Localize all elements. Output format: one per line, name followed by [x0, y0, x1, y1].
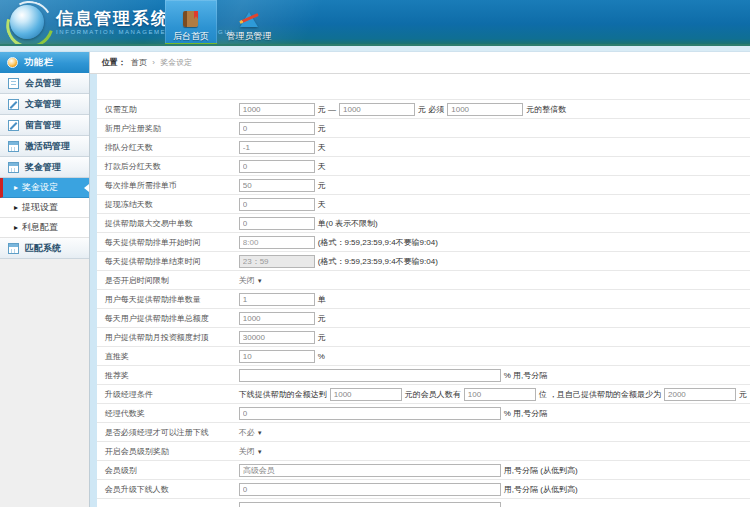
member-level-bonus-toggle-select[interactable]: 关闭▼	[239, 446, 263, 457]
tab-admin-management[interactable]: 管理员管理	[217, 0, 281, 46]
form-row-referral-bonus: 推荐奖% 用,号分隔	[97, 366, 750, 385]
queue-coin-per-order-input[interactable]	[239, 179, 315, 192]
field-label: 每天提供帮助排单开始时间	[97, 237, 239, 248]
form-row-withdraw-freeze-days: 提现冻结天数天	[97, 195, 750, 214]
field-unit-text: 天	[318, 199, 326, 210]
referral-bonus-input[interactable]	[239, 369, 501, 382]
mutual-aid-amount-input[interactable]	[239, 103, 315, 116]
main-content: 位置： 首页 › 奖金设定 仅需互助元 —元 必须元的整倍数新用户注册奖励元排队…	[90, 52, 750, 507]
field-unit-text: 单	[318, 294, 326, 305]
bonus-settings-form: 仅需互助元 —元 必须元的整倍数新用户注册奖励元排队分红天数天打款后分红天数天每…	[97, 74, 750, 507]
sidebar-item-bonus-setting[interactable]: ▸奖金设定	[0, 178, 89, 198]
form-row-member-upgrade-downline-count: 会员升级下线人数用,号分隔 (从低到高)	[97, 480, 750, 499]
field-unit-text: 元	[739, 389, 747, 400]
queue-dividend-days-input[interactable]	[239, 141, 315, 154]
field-area: 元	[239, 312, 750, 325]
field-unit-text: 元 —	[318, 104, 336, 115]
form-row-new-user-register-reward: 新用户注册奖励元	[97, 119, 750, 138]
field-label: 会员升级下线人数	[97, 484, 239, 495]
sidebar-filler	[0, 259, 89, 507]
chevron-down-icon: ▼	[257, 449, 263, 455]
manager-required-toggle-select[interactable]: 不必▼	[239, 427, 263, 438]
monthly-invest-cap-input[interactable]	[239, 331, 315, 344]
field-label: 排队分红天数	[97, 142, 239, 153]
sidebar-item-label: 留言管理	[25, 119, 61, 132]
partial-row-input[interactable]	[239, 502, 501, 508]
field-area: (格式：9:59,23:59,9:4不要输9:04)	[239, 236, 750, 249]
field-area: (格式：9:59,23:59,9:4不要输9:04)	[239, 255, 750, 268]
breadcrumb-prefix: 位置：	[102, 58, 126, 67]
sidebar-item-message-management[interactable]: 留言管理	[0, 115, 89, 136]
triangle-bullet-icon: ▸	[14, 223, 18, 232]
sidebar-item-interest-config[interactable]: ▸利息配置	[0, 218, 89, 238]
sidebar-item-label: 文章管理	[25, 98, 61, 111]
field-unit-text: 天	[318, 142, 326, 153]
field-area: 元	[239, 122, 750, 135]
manager-upgrade-condition-input[interactable]	[464, 388, 536, 401]
field-unit-text: 元 必须	[418, 104, 444, 115]
breadcrumb-home-link[interactable]: 首页	[131, 58, 147, 67]
member-levels-input[interactable]	[239, 464, 501, 477]
sidebar-item-label: 会员管理	[25, 77, 61, 90]
content-left-rail	[90, 74, 97, 507]
mutual-aid-amount-input[interactable]	[447, 103, 523, 116]
field-label: 会员级别	[97, 465, 239, 476]
max-open-trade-orders-input[interactable]	[239, 217, 315, 230]
form-row-help-order-start-time: 每天提供帮助排单开始时间(格式：9:59,23:59,9:4不要输9:04)	[97, 233, 750, 252]
manager-upgrade-condition-input[interactable]	[664, 388, 736, 401]
member-upgrade-downline-count-input[interactable]	[239, 483, 501, 496]
daily-help-order-count-input[interactable]	[239, 293, 315, 306]
chevron-down-icon: ▼	[257, 278, 263, 284]
form-row-member-level-bonus-toggle: 开启会员级别奖励关闭▼	[97, 442, 750, 461]
field-unit-text: % 用,号分隔	[504, 370, 548, 381]
manager-upgrade-condition-input[interactable]	[330, 388, 402, 401]
form-row-mutual-aid-amount: 仅需互助元 —元 必须元的整倍数	[97, 100, 750, 119]
sidebar-item-withdrawal-settings[interactable]: ▸提现设置	[0, 198, 89, 218]
sidebar-item-activation-code-management[interactable]: 激活码管理	[0, 136, 89, 157]
sidebar-item-label: 匹配系统	[25, 242, 61, 255]
field-area: % 用,号分隔	[239, 407, 750, 420]
field-label: 是否必须经理才可以注册下线	[97, 427, 239, 438]
manager-generation-bonus-input[interactable]	[239, 407, 501, 420]
field-unit-text: 单(0 表示不限制)	[318, 218, 378, 229]
sidebar-item-bonus-management[interactable]: 奖金管理	[0, 157, 89, 178]
function-dot-icon	[7, 57, 18, 68]
field-area: 不必▼	[239, 427, 750, 438]
field-unit-text: 元的会员人数有	[405, 389, 461, 400]
mutual-aid-amount-input[interactable]	[339, 103, 415, 116]
top-tabs: 后台首页管理员管理	[165, 0, 281, 46]
field-area: 天	[239, 198, 750, 211]
form-row-time-limit-toggle: 是否开启时间限制关闭▼	[97, 271, 750, 290]
form-row-member-levels: 会员级别用,号分隔 (从低到高)	[97, 461, 750, 480]
sidebar-item-label: 奖金管理	[25, 161, 61, 174]
edit-icon	[8, 99, 19, 110]
sidebar-header: 功能栏	[0, 52, 89, 73]
field-area: % 用,号分隔	[239, 369, 750, 382]
field-unit-text: (格式：9:59,23:59,9:4不要输9:04)	[318, 256, 438, 267]
sidebar-item-member-management[interactable]: 会员管理	[0, 73, 89, 94]
tab-backend-home[interactable]: 后台首页	[165, 0, 217, 46]
field-label: 新用户注册奖励	[97, 123, 239, 134]
sidebar-item-article-management[interactable]: 文章管理	[0, 94, 89, 115]
chevron-down-icon: ▼	[257, 430, 263, 436]
after-payment-dividend-days-input[interactable]	[239, 160, 315, 173]
daily-help-order-quota-input[interactable]	[239, 312, 315, 325]
form-table: 仅需互助元 —元 必须元的整倍数新用户注册奖励元排队分红天数天打款后分红天数天每…	[97, 99, 750, 507]
form-row-manager-required-toggle: 是否必须经理才可以注册下线不必▼	[97, 423, 750, 442]
new-user-register-reward-input[interactable]	[239, 122, 315, 135]
time-limit-toggle-select[interactable]: 关闭▼	[239, 275, 263, 286]
field-unit-text: 元的整倍数	[526, 104, 566, 115]
sidebar-item-matching-system[interactable]: 匹配系统	[0, 238, 89, 259]
withdraw-freeze-days-input[interactable]	[239, 198, 315, 211]
select-value: 不必	[239, 428, 255, 437]
breadcrumb: 位置： 首页 › 奖金设定	[90, 52, 750, 74]
tools-icon	[239, 11, 259, 28]
help-order-start-time-input[interactable]	[239, 236, 315, 249]
direct-referral-bonus-input[interactable]	[239, 350, 315, 363]
field-area: 用,号分隔 (从低到高)	[239, 483, 750, 496]
field-unit-text: %	[318, 352, 325, 361]
field-label: 用户提供帮助月投资额度封顶	[97, 332, 239, 343]
help-order-end-time-input[interactable]	[239, 255, 315, 268]
field-label: 仅需互助	[97, 104, 239, 115]
field-label: 每天用户提供帮助排单总额度	[97, 313, 239, 324]
